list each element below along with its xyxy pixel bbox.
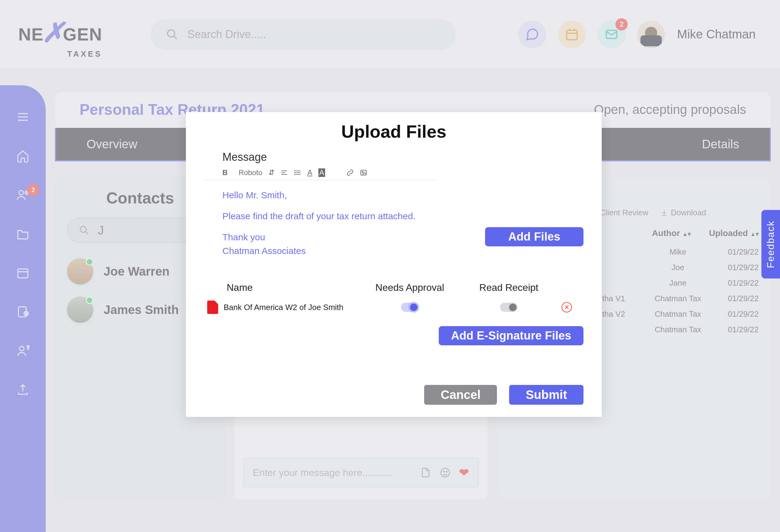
link-icon[interactable]: [346, 169, 354, 176]
cancel-button[interactable]: Cancel: [424, 385, 497, 405]
remove-file-button[interactable]: ✕: [562, 302, 572, 312]
highlight-button[interactable]: A: [319, 168, 325, 177]
modal-title: Upload Files: [204, 121, 583, 142]
feedback-tab[interactable]: Feedback: [762, 210, 780, 279]
col-name: Name: [204, 282, 356, 293]
msg-line: Thank you: [223, 230, 442, 244]
message-body[interactable]: Hello Mr. Smith, Please find the draft o…: [204, 180, 442, 258]
file-name: Bank Of America W2 of Joe Smith: [224, 303, 343, 312]
file-columns-header: Name Needs Approval Read Receipt: [204, 282, 583, 293]
svg-rect-35: [361, 170, 366, 175]
msg-line: Chatman Associates: [223, 244, 442, 258]
svg-point-34: [295, 174, 295, 175]
svg-point-32: [295, 170, 295, 171]
align-left-icon[interactable]: [281, 169, 288, 176]
modal-button-row: Cancel Submit: [204, 385, 583, 405]
text-color-button[interactable]: A: [307, 168, 312, 177]
image-icon[interactable]: [360, 169, 367, 176]
read-receipt-toggle[interactable]: [500, 303, 518, 312]
col-receipt: Read Receipt: [463, 282, 554, 293]
pdf-icon: [207, 301, 218, 314]
file-row: Bank Of America W2 of Joe Smith ✕: [204, 301, 583, 314]
font-size-icon[interactable]: ⇵: [269, 168, 275, 177]
upload-files-modal: Upload Files Message B Roboto ⇵ A A Hell…: [186, 112, 602, 417]
message-label: Message: [223, 151, 583, 164]
add-files-button[interactable]: Add Files: [485, 227, 583, 246]
add-esignature-button[interactable]: Add E-Signature Files: [439, 326, 583, 345]
bold-button[interactable]: B: [223, 168, 228, 177]
needs-approval-toggle[interactable]: [401, 303, 419, 312]
col-approval: Needs Approval: [356, 282, 463, 293]
list-icon[interactable]: [294, 169, 301, 176]
rich-text-toolbar: B Roboto ⇵ A A: [204, 167, 436, 180]
font-select[interactable]: Roboto: [239, 168, 262, 177]
svg-point-33: [295, 172, 295, 173]
msg-line: Please find the draft of your tax return…: [223, 209, 442, 223]
msg-line: Hello Mr. Smith,: [223, 188, 442, 202]
svg-point-36: [362, 171, 363, 173]
submit-button[interactable]: Submit: [509, 385, 583, 405]
file-name-cell: Bank Of America W2 of Joe Smith: [204, 301, 356, 314]
